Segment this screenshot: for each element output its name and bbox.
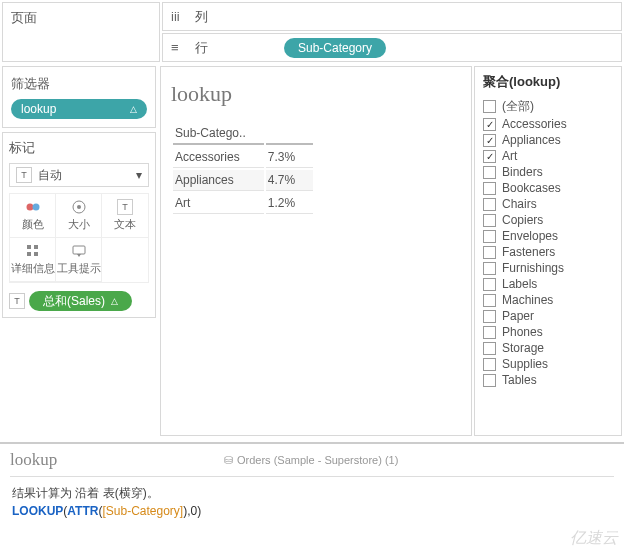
color-icon [25, 199, 41, 215]
checkbox-icon [483, 262, 496, 275]
checkbox-icon [483, 166, 496, 179]
checkbox-icon [483, 246, 496, 259]
worksheet-view[interactable]: lookup Sub-Catego.. Accessories7.3%Appli… [160, 66, 472, 436]
agg-title: 聚合(lookup) [483, 73, 613, 91]
table-row[interactable]: Art1.2% [173, 193, 313, 214]
agg-item-label: Paper [502, 309, 534, 323]
agg-item-label: Storage [502, 341, 544, 355]
agg-item-label: Phones [502, 325, 543, 339]
agg-item[interactable]: Bookcases [483, 180, 613, 196]
filter-pill-label: lookup [21, 102, 56, 116]
columns-label: 列 [195, 8, 208, 26]
marks-color[interactable]: 颜色 [10, 194, 56, 238]
checkbox-icon [483, 374, 496, 387]
agg-item[interactable]: Phones [483, 324, 613, 340]
checkbox-icon [483, 214, 496, 227]
agg-item[interactable]: Machines [483, 292, 613, 308]
checkbox-icon [483, 358, 496, 371]
tooltip-icon [71, 243, 87, 259]
col-header[interactable]: Sub-Catego.. [173, 123, 264, 145]
checkbox-icon [483, 198, 496, 211]
agg-item-label: Labels [502, 277, 537, 291]
marks-pill-label: 总和(Sales) [43, 293, 105, 310]
marks-size[interactable]: 大小 [56, 194, 102, 238]
agg-item[interactable]: Envelopes [483, 228, 613, 244]
agg-item[interactable]: Storage [483, 340, 613, 356]
calc-formula: LOOKUP(ATTR([Sub-Category]),0) [12, 504, 612, 518]
marks-type-select[interactable]: T 自动 ▾ [9, 163, 149, 187]
agg-item[interactable]: Paper [483, 308, 613, 324]
pill-type-icon: T [9, 293, 25, 309]
svg-rect-6 [27, 252, 31, 256]
svg-point-3 [77, 205, 81, 209]
watermark: 亿速云 [570, 528, 618, 549]
agg-item-label: Bookcases [502, 181, 561, 195]
agg-item[interactable]: Tables [483, 372, 613, 388]
row-pill-subcategory[interactable]: Sub-Category [284, 38, 386, 58]
svg-point-1 [32, 204, 39, 211]
agg-item[interactable]: Supplies [483, 356, 613, 372]
datasource-icon: ⛁ [224, 454, 233, 467]
svg-point-0 [26, 204, 33, 211]
agg-all[interactable]: (全部) [483, 97, 613, 116]
filters-card: 筛选器 lookup △ [2, 66, 156, 128]
calc-comment: 结果计算为 沿着 表(横穿)。 [12, 485, 612, 502]
agg-item-label: Fasteners [502, 245, 555, 259]
agg-all-label: (全部) [502, 98, 534, 115]
detail-icon [25, 243, 41, 259]
filter-pill-lookup[interactable]: lookup △ [11, 99, 147, 119]
agg-item[interactable]: Appliances [483, 132, 613, 148]
agg-item[interactable]: Furnishings [483, 260, 613, 276]
row-name: Art [173, 193, 264, 214]
datasource-selector[interactable]: ⛁ Orders (Sample - Superstore) (1) [224, 454, 398, 467]
table-row[interactable]: Appliances4.7% [173, 170, 313, 191]
checkbox-icon [483, 310, 496, 323]
agg-item[interactable]: Binders [483, 164, 613, 180]
svg-rect-7 [34, 252, 38, 256]
calculation-editor: lookup ⛁ Orders (Sample - Superstore) (1… [0, 442, 624, 530]
marks-pill-sales[interactable]: 总和(Sales) △ [29, 291, 132, 311]
agg-item-label: Accessories [502, 117, 567, 131]
marks-text[interactable]: T 文本 [102, 194, 148, 238]
agg-item[interactable]: Accessories [483, 116, 613, 132]
row-name: Accessories [173, 147, 264, 168]
calc-body[interactable]: 结果计算为 沿着 表(横穿)。 LOOKUP(ATTR([Sub-Categor… [10, 477, 614, 526]
data-table: Sub-Catego.. Accessories7.3%Appliances4.… [171, 121, 315, 216]
agg-item[interactable]: Art [483, 148, 613, 164]
agg-item-label: Machines [502, 293, 553, 307]
marks-tooltip[interactable]: 工具提示 [56, 238, 102, 282]
columns-shelf[interactable]: iii 列 [162, 2, 622, 31]
filters-title: 筛选器 [11, 75, 147, 93]
pages-shelf[interactable]: 页面 [2, 2, 160, 62]
calc-name-input[interactable]: lookup [10, 450, 210, 470]
aggregate-filter-panel: 聚合(lookup) (全部) AccessoriesAppliancesArt… [474, 66, 622, 436]
checkbox-icon [483, 342, 496, 355]
sheet-title: lookup [171, 81, 461, 107]
rows-shelf[interactable]: ≡ 行 Sub-Category [162, 33, 622, 62]
row-value: 1.2% [266, 193, 313, 214]
marks-card: 标记 T 自动 ▾ 颜色 大小 T 文本 [2, 132, 156, 318]
marks-type-label: 自动 [38, 167, 62, 184]
table-row[interactable]: Accessories7.3% [173, 147, 313, 168]
checkbox-icon [483, 326, 496, 339]
agg-item[interactable]: Fasteners [483, 244, 613, 260]
marks-detail[interactable]: 详细信息 [10, 238, 56, 282]
rows-icon: ≡ [171, 40, 187, 55]
agg-item-label: Chairs [502, 197, 537, 211]
checkbox-icon [483, 100, 496, 113]
text-type-icon: T [16, 167, 32, 183]
checkbox-icon [483, 230, 496, 243]
svg-rect-8 [73, 246, 85, 254]
checkbox-icon [483, 182, 496, 195]
agg-item[interactable]: Chairs [483, 196, 613, 212]
checkbox-icon [483, 278, 496, 291]
marks-empty [102, 238, 148, 282]
agg-item[interactable]: Copiers [483, 212, 613, 228]
agg-item-label: Tables [502, 373, 537, 387]
checkbox-icon [483, 150, 496, 163]
agg-item[interactable]: Labels [483, 276, 613, 292]
agg-item-label: Copiers [502, 213, 543, 227]
checkbox-icon [483, 134, 496, 147]
svg-rect-4 [27, 245, 31, 249]
size-icon [71, 199, 87, 215]
